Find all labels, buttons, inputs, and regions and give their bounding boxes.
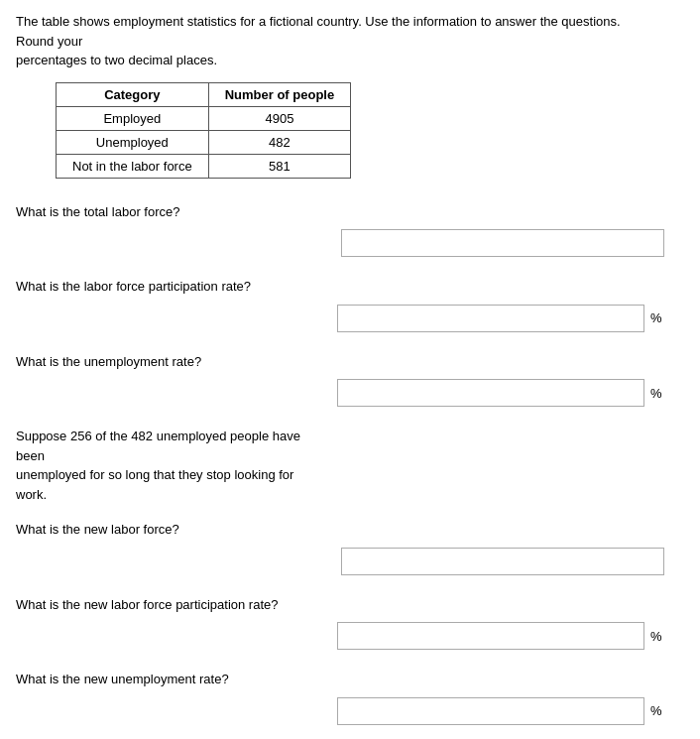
question-5-block: What is the new labor force participatio… [16, 595, 684, 651]
category-unemployed: Unemployed [57, 130, 209, 154]
employment-table: Category Number of people Employed 4905 … [56, 82, 351, 179]
question-6-block: What is the new unemployment rate? % [16, 670, 684, 725]
question-5-input[interactable] [337, 622, 644, 650]
question-4-input[interactable] [341, 548, 664, 575]
category-employed: Employed [57, 106, 209, 130]
percent-symbol-3: % [650, 386, 664, 401]
question-6-answer-row: % [16, 697, 684, 725]
question-3-input[interactable] [337, 379, 644, 407]
number-not-in-labor-force: 581 [208, 154, 351, 178]
percent-symbol-5: % [650, 629, 664, 644]
question-2-block: What is the labor force participation ra… [16, 277, 684, 332]
question-1-answer-row [16, 229, 684, 257]
question-3-answer-row: % [16, 379, 684, 407]
percent-symbol-6: % [650, 703, 664, 718]
number-employed: 4905 [208, 106, 351, 130]
scenario-block: Suppose 256 of the 482 unemployed people… [16, 427, 684, 575]
question-2-label: What is the labor force participation ra… [16, 277, 323, 297]
col-header-category: Category [57, 82, 209, 106]
question-5-label: What is the new labor force participatio… [16, 595, 323, 615]
question-6-label: What is the new unemployment rate? [16, 670, 323, 689]
question-4-answer-row [16, 548, 684, 575]
intro-text: The table shows employment statistics fo… [16, 12, 631, 70]
question-1-label: What is the total labor force? [16, 202, 323, 222]
question-3-block: What is the unemployment rate? % [16, 352, 684, 408]
question-2-input[interactable] [337, 305, 644, 332]
question-6-input[interactable] [337, 697, 644, 725]
percent-symbol-2: % [650, 310, 664, 325]
table-row: Unemployed 482 [57, 130, 351, 154]
question-3-label: What is the unemployment rate? [16, 352, 323, 372]
question-1-block: What is the total labor force? [16, 202, 684, 258]
col-header-number: Number of people [208, 82, 351, 106]
table-row: Not in the labor force 581 [57, 154, 351, 178]
question-2-answer-row: % [16, 305, 684, 332]
question-5-answer-row: % [16, 622, 684, 650]
question-4-label: What is the new labor force? [16, 520, 323, 540]
category-not-in-labor-force: Not in the labor force [57, 154, 209, 178]
number-unemployed: 482 [208, 130, 351, 154]
table-row: Employed 4905 [57, 106, 351, 130]
scenario-text: Suppose 256 of the 482 unemployed people… [16, 427, 323, 504]
question-1-input[interactable] [341, 229, 664, 257]
